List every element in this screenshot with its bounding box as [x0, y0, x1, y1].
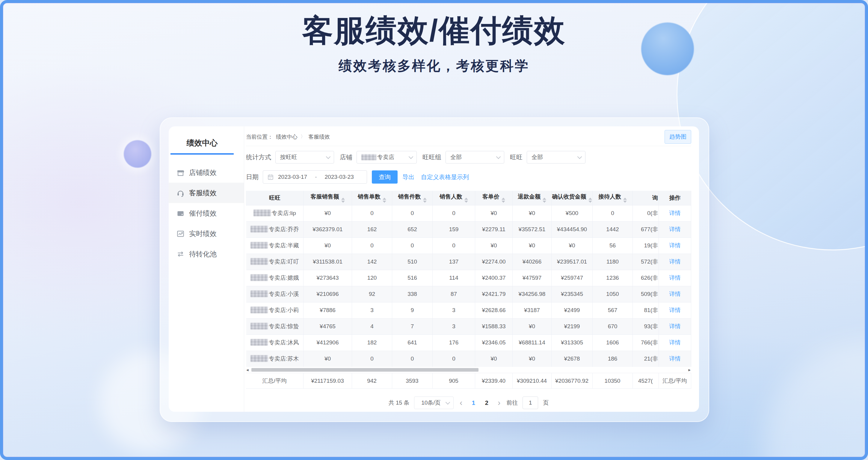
sort-icon[interactable]: [588, 198, 592, 203]
detail-link[interactable]: 详情: [669, 339, 681, 346]
sidebar-item-label: 催付绩效: [189, 209, 217, 218]
page-size-select[interactable]: 10条/页: [414, 396, 454, 409]
sort-icon[interactable]: [423, 198, 427, 203]
detail-link[interactable]: 详情: [669, 275, 681, 281]
filter-label-1: 店铺: [340, 153, 352, 161]
cell-value: 0: [352, 351, 392, 367]
column-header-3[interactable]: 销售件数: [392, 191, 433, 205]
cell-value: 162: [352, 221, 392, 237]
breadcrumb-item-performance-center[interactable]: 绩效中心: [276, 133, 298, 140]
goto-label: 前往: [506, 399, 518, 407]
detail-link[interactable]: 详情: [669, 258, 681, 265]
cell-value: 0: [392, 205, 433, 221]
detail-link[interactable]: 详情: [669, 242, 681, 249]
cell-value: ¥235345: [552, 286, 593, 302]
scrollbar-thumb[interactable]: [251, 368, 478, 372]
filter-select-0[interactable]: 按旺旺: [275, 151, 334, 164]
summary-value: 10350: [592, 373, 632, 389]
sort-icon[interactable]: [383, 198, 386, 203]
sort-icon[interactable]: [464, 198, 468, 203]
filter-select-3[interactable]: 全部: [527, 151, 585, 164]
date-separator: -: [315, 174, 317, 180]
summary-row: 汇总/平均¥2117159.039423593905¥2339.40¥30921…: [246, 373, 691, 389]
detail-link[interactable]: 详情: [669, 356, 681, 362]
wallet-icon: [177, 209, 185, 218]
cell-value: 19(非: [633, 237, 659, 254]
summary-value: 942: [352, 373, 392, 389]
column-header-5[interactable]: 客单价: [475, 191, 513, 205]
scroll-left-icon[interactable]: ◂: [246, 367, 249, 372]
cell-value: 159: [433, 221, 475, 237]
export-link[interactable]: 导出: [402, 173, 414, 181]
cell-value: ¥2400.37: [475, 270, 513, 286]
cell-value: 114: [433, 270, 475, 286]
cell-action: 详情: [659, 237, 691, 254]
goto-page-input[interactable]: 1: [523, 396, 538, 409]
goto-unit: 页: [543, 399, 549, 407]
page-number-1[interactable]: 1: [468, 399, 478, 406]
column-header-7[interactable]: 确认收货金额: [552, 191, 593, 205]
column-header-label: 接待人数: [598, 194, 621, 200]
cell-action: 详情: [659, 334, 691, 351]
masked-text: [361, 154, 376, 160]
filter-select-1[interactable]: 专卖店: [356, 151, 417, 164]
date-start-value[interactable]: 2023-03-17: [278, 174, 307, 180]
detail-link[interactable]: 详情: [669, 291, 681, 297]
query-button[interactable]: 查询: [372, 170, 398, 184]
cell-value: ¥3187: [513, 302, 552, 318]
main-panel: 当前位置： 绩效中心 〉 客服绩效 趋势图 统计方式按旺旺店铺专卖店旺旺组全部旺…: [244, 126, 699, 412]
cell-value: 7: [392, 318, 433, 334]
cell-value: 81(非: [633, 302, 659, 318]
sidebar-item-store[interactable]: 店铺绩效: [169, 162, 244, 183]
column-header-1[interactable]: 客服销售额: [304, 191, 352, 205]
horizontal-scrollbar[interactable]: ◂ ▸: [246, 367, 691, 373]
sidebar-item-wallet[interactable]: 催付绩效: [169, 203, 244, 223]
cell-value: 0: [433, 205, 475, 221]
prev-page-button[interactable]: ‹: [458, 399, 464, 407]
column-header-label: 旺旺: [269, 195, 280, 201]
detail-link[interactable]: 详情: [669, 210, 681, 216]
sidebar-menu: 店铺绩效客服绩效催付绩效实时绩效待转化池: [169, 162, 244, 264]
cell-wangwang: 专卖店:苏木: [246, 351, 304, 367]
sidebar-item-chart[interactable]: 实时绩效: [169, 223, 244, 244]
column-header-8[interactable]: 接待人数: [593, 191, 633, 205]
cell-value: ¥1588.33: [475, 318, 513, 334]
sort-icon[interactable]: [542, 198, 546, 203]
summary-value: 4527(: [632, 373, 658, 389]
cell-value: ¥0: [513, 205, 552, 221]
next-page-button[interactable]: ›: [496, 399, 502, 407]
column-header-10: 操作: [659, 191, 691, 205]
sidebar-item-swap[interactable]: 待转化池: [169, 244, 244, 264]
sort-icon[interactable]: [502, 198, 505, 203]
cell-value: 0: [352, 237, 392, 254]
detail-link[interactable]: 详情: [669, 323, 681, 329]
page-number-2[interactable]: 2: [482, 399, 492, 406]
sidebar: 绩效中心 店铺绩效客服绩效催付绩效实时绩效待转化池: [169, 126, 244, 412]
detail-link[interactable]: 详情: [669, 307, 681, 313]
cell-action: 详情: [659, 270, 691, 286]
sort-icon[interactable]: [341, 198, 345, 203]
column-header-2[interactable]: 销售单数: [352, 191, 392, 205]
sidebar-item-label: 实时绩效: [189, 229, 217, 238]
date-end-value[interactable]: 2023-03-23: [325, 174, 354, 180]
filter-select-2[interactable]: 全部: [445, 151, 504, 164]
column-header-4[interactable]: 销售人数: [433, 191, 475, 205]
column-header-6[interactable]: 退款金额: [513, 191, 552, 205]
customize-columns-link[interactable]: 自定义表格显示列: [421, 173, 469, 181]
cell-value: 93(非: [633, 318, 659, 334]
scroll-right-icon[interactable]: ▸: [688, 367, 691, 372]
cell-value: 516: [392, 270, 433, 286]
cell-value: ¥4765: [304, 318, 352, 334]
filter-select-value: 专卖店: [377, 153, 394, 161]
sidebar-item-headset[interactable]: 客服绩效: [169, 183, 244, 203]
filter-select-value: 全部: [450, 153, 462, 161]
trend-chart-button[interactable]: 趋势图: [664, 130, 691, 144]
date-range-input[interactable]: 2023-03-17 - 2023-03-23: [263, 170, 367, 184]
date-label: 日期: [246, 173, 258, 181]
column-header-label: 销售人数: [439, 194, 462, 200]
summary-value: ¥2117159.03: [303, 373, 352, 389]
cell-wangwang: 专卖店:半藏: [246, 237, 304, 254]
page-title: 客服绩效/催付绩效: [0, 10, 868, 52]
detail-link[interactable]: 详情: [669, 226, 681, 232]
sort-icon[interactable]: [623, 198, 627, 203]
